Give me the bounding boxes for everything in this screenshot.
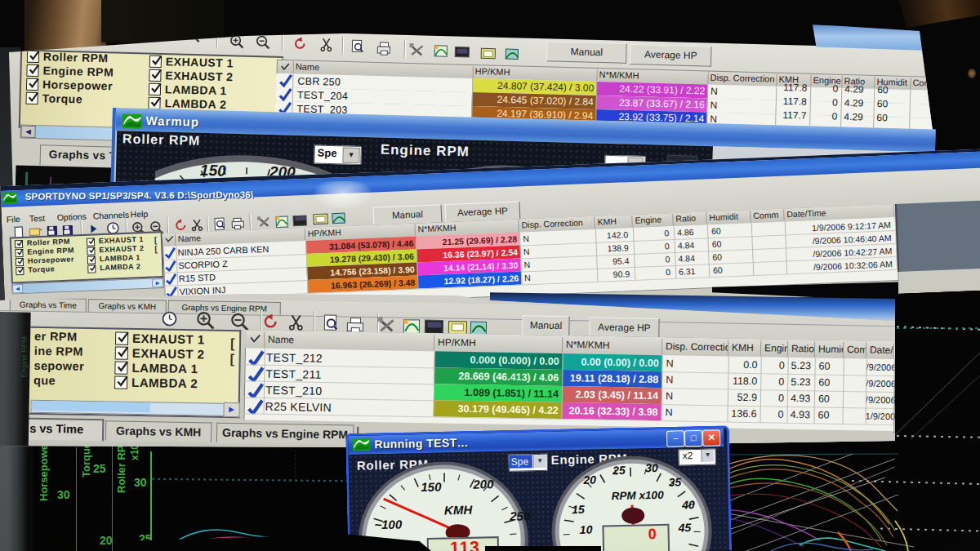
svg-text:200: 200 (472, 477, 494, 491)
svg-text:150: 150 (200, 162, 227, 180)
svg-text:KMH: KMH (444, 503, 474, 518)
svg-text:~100: ~100 (374, 518, 403, 532)
svg-text:40: 40 (681, 498, 695, 511)
svg-text:30: 30 (645, 461, 658, 474)
svg-text:35: 35 (668, 475, 681, 488)
svg-text:RPM x100: RPM x100 (612, 489, 665, 502)
svg-text:10: 10 (580, 523, 593, 536)
svg-text:20: 20 (582, 473, 596, 487)
svg-text:45: 45 (678, 521, 692, 534)
svg-text:15: 15 (572, 503, 585, 516)
svg-text:25: 25 (612, 464, 626, 477)
svg-text:250: 250 (509, 509, 531, 523)
svg-text:150: 150 (421, 480, 442, 495)
